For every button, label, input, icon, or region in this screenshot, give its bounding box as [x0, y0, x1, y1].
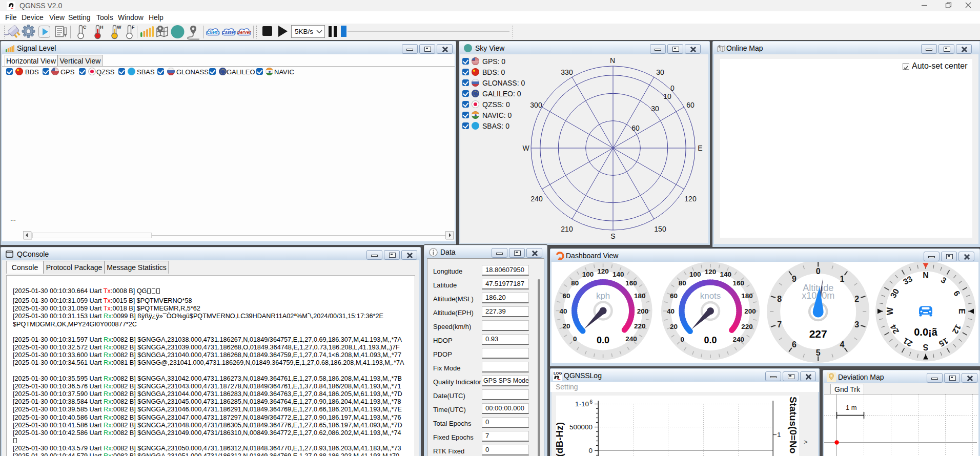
svg-text:140: 140 [720, 271, 731, 278]
svg-text:5: 5 [816, 348, 821, 357]
svg-text:9: 9 [792, 275, 797, 283]
svg-text:60: 60 [562, 292, 570, 300]
svg-text:2: 2 [854, 295, 859, 303]
svg-text:0: 0 [588, 447, 593, 454]
svg-text:0: 0 [680, 336, 684, 343]
svg-text:F: F [132, 25, 135, 30]
svg-text:Status(0=No Fix): Status(0=No Fix) [788, 397, 799, 456]
svg-text:180: 180 [741, 292, 753, 300]
svg-text:1: 1 [777, 431, 781, 439]
svg-text:20: 20 [562, 322, 570, 330]
svg-text:40: 40 [560, 307, 567, 315]
svg-text:0: 0 [816, 267, 821, 276]
svg-text:Server: Server [237, 30, 251, 35]
svg-text:H: H [100, 25, 104, 30]
svg-text:Client: Client [207, 30, 219, 35]
svg-text:120: 120 [705, 268, 717, 276]
svg-text:80: 80 [679, 279, 686, 287]
svg-text:8: 8 [777, 295, 782, 303]
svg-text:220: 220 [634, 322, 646, 330]
svg-text:6: 6 [792, 340, 797, 349]
svg-text:220: 220 [741, 323, 753, 330]
svg-text:W: W [522, 144, 529, 152]
svg-text:1·10: 1·10 [575, 400, 589, 408]
svg-text:200: 200 [637, 307, 649, 315]
svg-text:330: 330 [561, 68, 573, 76]
svg-text:W: W [117, 25, 121, 30]
svg-text:5KB/s: 5KB/s [295, 28, 313, 35]
svg-text:60: 60 [631, 124, 640, 132]
svg-text:60: 60 [670, 292, 678, 300]
svg-text:160: 160 [625, 279, 637, 287]
svg-text:Ratio(dB-Hz): Ratio(dB-Hz) [556, 422, 565, 456]
svg-text:120: 120 [684, 195, 697, 203]
svg-text:160: 160 [733, 279, 745, 287]
svg-text:E: E [698, 144, 702, 152]
svg-text:20: 20 [670, 323, 678, 330]
svg-text:0.0: 0.0 [597, 335, 609, 345]
svg-text:3: 3 [854, 320, 859, 329]
svg-text:N: N [610, 56, 615, 65]
svg-text:0.0¡ã: 0.0¡ã [914, 326, 937, 338]
svg-text:240: 240 [530, 195, 543, 203]
svg-text:knots: knots [700, 291, 721, 301]
svg-text:6: 6 [952, 289, 962, 297]
svg-text:80: 80 [571, 279, 579, 287]
svg-text:1 m: 1 m [846, 404, 857, 411]
svg-text:C: C [83, 25, 87, 30]
svg-text:10: 10 [663, 92, 671, 100]
svg-text:100: 100 [582, 271, 594, 278]
svg-text:500000: 500000 [569, 423, 593, 431]
svg-text:E: E [957, 308, 966, 314]
svg-text:30: 30 [651, 105, 659, 113]
svg-text:3: 3 [940, 275, 948, 285]
svg-text:0.0: 0.0 [704, 335, 717, 345]
svg-text:N: N [923, 271, 929, 280]
svg-text:4: 4 [840, 340, 844, 349]
svg-text:W: W [886, 307, 894, 315]
svg-text:0: 0 [670, 84, 675, 92]
svg-text:Caster: Caster [222, 30, 236, 35]
svg-text:240: 240 [625, 335, 637, 343]
svg-text:7: 7 [777, 320, 782, 329]
svg-text:kph: kph [596, 291, 610, 301]
svg-text:180: 180 [634, 292, 646, 300]
svg-text:210: 210 [561, 225, 573, 233]
svg-text:0: 0 [573, 335, 577, 343]
svg-text:150: 150 [654, 225, 666, 233]
svg-text:240: 240 [733, 336, 745, 343]
svg-text:140: 140 [612, 271, 624, 278]
svg-text:300: 300 [530, 101, 542, 109]
svg-text:LOG: LOG [554, 371, 562, 376]
svg-text:40: 40 [667, 307, 675, 315]
svg-text:S: S [923, 343, 928, 351]
svg-text:227: 227 [809, 328, 827, 340]
svg-text:120: 120 [597, 267, 609, 275]
svg-text:1: 1 [840, 275, 844, 283]
svg-text:6: 6 [589, 399, 593, 405]
svg-text:S: S [610, 232, 615, 240]
svg-text:200: 200 [744, 307, 756, 315]
svg-text:30: 30 [656, 68, 664, 76]
svg-text:60: 60 [686, 101, 695, 109]
svg-text:100: 100 [689, 271, 701, 278]
